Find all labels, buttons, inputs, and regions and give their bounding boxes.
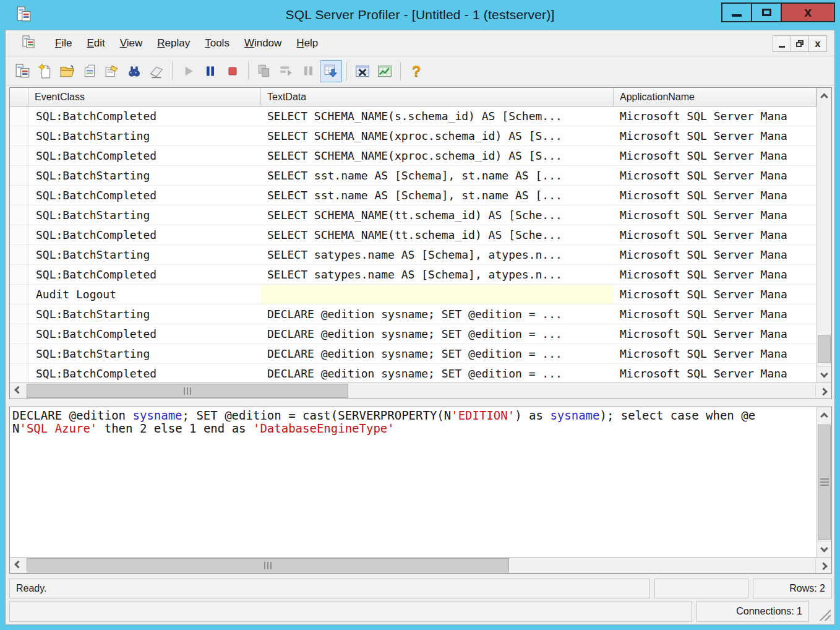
eventclass-cell: SQL:BatchCompleted	[28, 364, 261, 382]
trace-row[interactable]: SQL:BatchStartingSELECT sst.name AS [Sch…	[10, 166, 816, 186]
new-document-button[interactable]	[34, 60, 56, 82]
run-to-cursor-button[interactable]	[275, 60, 298, 82]
menu-window[interactable]: Window	[237, 33, 289, 53]
trace-row[interactable]: SQL:BatchCompletedSELECT satypes.name AS…	[10, 265, 816, 285]
trace-row[interactable]: SQL:BatchCompletedDECLARE @edition sysna…	[10, 324, 816, 344]
find-button[interactable]	[123, 60, 145, 82]
scroll-up-icon[interactable]	[817, 88, 831, 104]
trace-row[interactable]: SQL:BatchCompletedDECLARE @edition sysna…	[10, 364, 816, 382]
toolbar: ?	[6, 57, 834, 85]
eventclass-cell: SQL:BatchCompleted	[28, 265, 261, 284]
applicationname-cell: Microsoft SQL Server Mana	[614, 344, 816, 363]
mdi-minimize-button[interactable]	[773, 35, 791, 52]
menu-tools[interactable]: Tools	[197, 33, 237, 53]
mdi-close-button[interactable]: x	[808, 35, 827, 52]
trace-row[interactable]: SQL:BatchCompletedSELECT SCHEMA_NAME(xpr…	[10, 146, 816, 166]
client-area: File Edit View Replay Tools Window Help …	[5, 30, 835, 625]
menu-edit[interactable]: Edit	[79, 33, 112, 53]
detail-hscroll-thumb[interactable]	[27, 558, 509, 572]
row-selector-cell	[10, 285, 28, 304]
eventclass-cell: SQL:BatchCompleted	[28, 186, 261, 205]
applicationname-cell: Microsoft SQL Server Mana	[614, 225, 816, 244]
scroll-down-icon[interactable]	[817, 541, 831, 557]
open-trace-button[interactable]	[56, 60, 79, 82]
trace-table-body: SQL:BatchCompletedSELECT SCHEMA_NAME(s.s…	[10, 106, 816, 382]
applicationname-cell: Microsoft SQL Server Mana	[614, 285, 816, 304]
clear-trace-button[interactable]	[145, 60, 168, 82]
applicationname-cell: Microsoft SQL Server Mana	[614, 245, 816, 264]
status-rows-count: Rows: 2	[753, 579, 832, 598]
menu-file[interactable]: File	[48, 33, 79, 53]
eventclass-cell: SQL:BatchStarting	[28, 344, 261, 363]
sql-text-line: DECLARE @edition sysname; SET @edition =…	[12, 409, 814, 422]
stop-trace-button[interactable]	[221, 60, 244, 82]
trace-row[interactable]: SQL:BatchStartingDECLARE @edition sysnam…	[10, 304, 816, 324]
menu-replay[interactable]: Replay	[150, 33, 197, 53]
applicationname-cell: Microsoft SQL Server Mana	[614, 106, 816, 126]
eventclass-cell: SQL:BatchCompleted	[28, 106, 261, 126]
trace-row[interactable]: SQL:BatchStartingDECLARE @edition sysnam…	[10, 344, 816, 364]
trace-row[interactable]: SQL:BatchCompletedSELECT SCHEMA_NAME(s.s…	[10, 106, 816, 126]
detail-vscroll-thumb[interactable]	[818, 425, 831, 540]
help-button[interactable]: ?	[405, 60, 427, 82]
column-filter-button[interactable]	[351, 60, 374, 82]
menu-view[interactable]: View	[113, 33, 150, 53]
properties-icon	[104, 63, 120, 79]
applicationname-cell: Microsoft SQL Server Mana	[614, 126, 816, 145]
eventclass-cell: SQL:BatchCompleted	[28, 225, 261, 244]
menu-help[interactable]: Help	[289, 33, 325, 53]
sql-text-view[interactable]: DECLARE @edition sysname; SET @edition =…	[10, 407, 816, 557]
scroll-left-icon[interactable]	[10, 383, 26, 399]
trace-row[interactable]: SQL:BatchCompletedSELECT SCHEMA_NAME(tt.…	[10, 225, 816, 245]
grid-hscroll-thumb[interactable]	[27, 384, 348, 398]
eventclass-cell: SQL:BatchStarting	[28, 166, 261, 185]
mdi-close-icon: x	[815, 39, 821, 49]
trace-row[interactable]: SQL:BatchCompletedSELECT sst.name AS [Sc…	[10, 186, 816, 205]
status-spacer-panel	[654, 579, 748, 598]
row-selector-cell	[10, 304, 28, 324]
applicationname-cell: Microsoft SQL Server Mana	[614, 205, 816, 225]
eventclass-cell: SQL:BatchStarting	[28, 205, 261, 225]
minimize-button[interactable]	[721, 2, 752, 22]
open-trace-table-button[interactable]	[79, 60, 101, 82]
organize-columns-button[interactable]	[374, 60, 396, 82]
row-selector-cell	[10, 205, 28, 225]
trace-row[interactable]: SQL:BatchStartingSELECT SCHEMA_NAME(xpro…	[10, 126, 816, 146]
trace-row[interactable]: Audit LogoutMicrosoft SQL Server Mana	[10, 285, 816, 304]
trace-row[interactable]: SQL:BatchStartingSELECT SCHEMA_NAME(tt.s…	[10, 205, 816, 225]
mdi-restore-button[interactable]	[791, 35, 809, 52]
row-selector-header[interactable]	[10, 88, 28, 106]
row-selector-cell	[10, 344, 28, 363]
scroll-right-icon[interactable]	[815, 383, 831, 399]
mdi-window-controls: x	[773, 35, 827, 52]
column-header-applicationname[interactable]: ApplicationName	[614, 88, 816, 106]
scroll-down-icon[interactable]	[817, 366, 831, 382]
textdata-cell: DECLARE @edition sysname; SET @edition =…	[261, 324, 614, 343]
auto-scroll-button[interactable]	[320, 60, 342, 82]
pause-trace-button[interactable]	[199, 60, 221, 82]
trace-row[interactable]: SQL:BatchStartingSELECT satypes.name AS …	[10, 245, 816, 265]
maximize-button[interactable]	[751, 2, 782, 22]
app-status-bar: Connections: 1	[9, 601, 832, 622]
scroll-right-icon[interactable]	[815, 558, 831, 573]
scroll-left-icon[interactable]	[10, 558, 26, 573]
execute-step-button[interactable]	[253, 60, 275, 82]
new-trace-button[interactable]	[12, 60, 34, 82]
mdi-minimize-icon	[779, 46, 785, 48]
column-header-textdata[interactable]: TextData	[261, 88, 614, 106]
detail-vertical-scrollbar[interactable]	[816, 407, 831, 557]
resize-grip[interactable]	[813, 601, 832, 622]
copy-step-icon	[256, 63, 272, 79]
column-header-eventclass[interactable]: EventClass	[28, 88, 261, 106]
scroll-up-icon[interactable]	[817, 407, 831, 423]
close-button[interactable]: x	[781, 2, 835, 22]
row-selector-cell	[10, 265, 28, 284]
properties-button[interactable]	[101, 60, 123, 82]
grid-vertical-scrollbar[interactable]	[816, 88, 831, 382]
textdata-cell: SELECT SCHEMA_NAME(xproc.schema_id) AS […	[261, 126, 614, 145]
grid-vscroll-thumb[interactable]	[818, 335, 831, 363]
detail-horizontal-scrollbar[interactable]	[10, 557, 831, 573]
grid-horizontal-scrollbar[interactable]	[10, 382, 831, 399]
run-trace-button[interactable]	[177, 60, 199, 82]
toggle-breakpoint-button[interactable]	[298, 60, 320, 82]
